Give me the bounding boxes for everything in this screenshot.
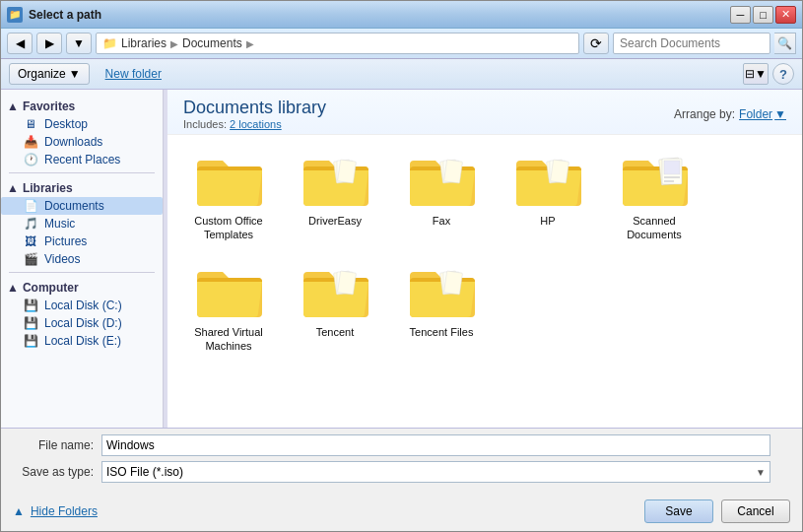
organize-button[interactable]: Organize ▼	[9, 63, 90, 85]
sidebar-item-d[interactable]: 💾 Local Disk (D:)	[1, 314, 163, 332]
save-button[interactable]: Save	[644, 499, 713, 523]
help-button[interactable]: ?	[772, 63, 794, 85]
minimize-button[interactable]: ─	[730, 6, 751, 24]
folder-icon-tencent-files	[406, 262, 477, 321]
arrange-bar: Arrange by: Folder ▼	[674, 107, 786, 121]
sidebar-item-pictures[interactable]: 🖼 Pictures	[1, 233, 163, 250]
list-item[interactable]: DriverEasy	[286, 145, 384, 248]
favorites-arrow: ▲	[7, 100, 19, 113]
favorites-label: Favorites	[23, 100, 75, 113]
search-input[interactable]	[613, 33, 770, 54]
file-label: Custom Office Templates	[194, 214, 263, 242]
window-icon: 📁	[7, 7, 23, 23]
music-icon: 🎵	[23, 217, 38, 231]
sidebar-downloads-label: Downloads	[44, 135, 102, 149]
view-arrow: ▼	[755, 67, 767, 81]
list-item[interactable]: Tencent	[286, 256, 384, 360]
local-disk-d-icon: 💾	[23, 316, 38, 330]
svg-rect-16	[338, 271, 357, 295]
svg-rect-19	[444, 271, 463, 295]
sidebar-music-label: Music	[44, 217, 75, 231]
folder-icon-fax	[406, 151, 477, 210]
organize-label: Organize	[18, 67, 66, 81]
file-label: Tencent	[316, 325, 355, 339]
content-area: Documents library Includes: 2 locations …	[167, 90, 802, 428]
recent-places-icon: 🕐	[23, 153, 38, 166]
view-button[interactable]: ⊟ ▼	[743, 63, 769, 85]
svg-rect-5	[444, 160, 463, 183]
arrange-label: Arrange by:	[674, 107, 735, 121]
folder-icon-hp	[512, 151, 583, 210]
file-label: HP	[540, 214, 555, 228]
arrange-value-button[interactable]: Folder ▼	[739, 107, 786, 121]
breadcrumb-sep-2: ▶	[246, 38, 254, 49]
divider-1	[9, 172, 155, 173]
sidebar-videos-label: Videos	[44, 252, 80, 266]
maximize-button[interactable]: □	[753, 6, 773, 24]
file-name-label: File name:	[13, 438, 101, 452]
sidebar-item-downloads[interactable]: 📥 Downloads	[1, 133, 163, 151]
list-item[interactable]: Shared Virtual Machines	[179, 256, 278, 360]
file-label: Tencent Files	[410, 325, 474, 339]
svg-rect-8	[551, 160, 569, 183]
file-grid-wrapper: Custom Office Templates	[167, 135, 802, 428]
list-item[interactable]: Fax	[392, 145, 491, 248]
library-title: Documents library	[183, 98, 326, 118]
hide-folders-button[interactable]: Hide Folders	[31, 504, 98, 518]
main-area: ▲ Favorites 🖥 Desktop 📥 Downloads 🕐 Rece…	[1, 90, 802, 428]
list-item[interactable]: Custom Office Templates	[179, 145, 278, 248]
sidebar-item-e[interactable]: 💾 Local Disk (E:)	[1, 332, 163, 350]
svg-rect-2	[338, 160, 357, 183]
file-name-row: File name:	[13, 434, 790, 456]
refresh-button[interactable]: ⟳	[583, 33, 609, 54]
sidebar-e-label: Local Disk (E:)	[44, 334, 121, 348]
breadcrumb-libraries[interactable]: Libraries	[121, 36, 167, 50]
list-item[interactable]: Scanned Documents	[605, 145, 703, 248]
sidebar-item-c[interactable]: 💾 Local Disk (C:)	[1, 297, 163, 314]
sidebar: ▲ Favorites 🖥 Desktop 📥 Downloads 🕐 Rece…	[1, 90, 164, 428]
search-button[interactable]: 🔍	[774, 33, 796, 54]
toolbar-right: ⊟ ▼ ?	[743, 63, 794, 85]
svg-rect-13	[664, 180, 674, 182]
folder-icon-shared-vm	[193, 262, 264, 321]
library-info: Documents library Includes: 2 locations	[183, 98, 326, 130]
documents-icon: 📄	[23, 199, 38, 213]
forward-button[interactable]: ▶	[36, 33, 62, 54]
sidebar-item-music[interactable]: 🎵 Music	[1, 215, 163, 233]
sidebar-d-label: Local Disk (D:)	[44, 316, 122, 330]
divider-2	[9, 272, 155, 273]
svg-rect-11	[664, 161, 680, 174]
close-button[interactable]: ✕	[775, 6, 796, 24]
favorites-header[interactable]: ▲ Favorites	[1, 96, 163, 115]
computer-arrow: ▲	[7, 281, 19, 295]
save-as-value: ISO File (*.iso)	[106, 465, 183, 479]
new-folder-button[interactable]: New folder	[98, 64, 169, 84]
save-as-label: Save as type:	[13, 465, 101, 479]
back-button[interactable]: ◀	[7, 33, 33, 54]
file-name-input[interactable]	[101, 434, 770, 456]
file-label: Fax	[433, 214, 450, 228]
window-title: Select a path	[29, 8, 730, 22]
library-subtitle: Includes: 2 locations	[183, 118, 326, 130]
sidebar-item-recent-places[interactable]: 🕐 Recent Places	[1, 151, 163, 168]
locations-link[interactable]: 2 locations	[230, 118, 282, 130]
sidebar-item-videos[interactable]: 🎬 Videos	[1, 250, 163, 268]
list-item[interactable]: Tencent Files	[392, 256, 491, 360]
save-as-row: Save as type: ISO File (*.iso) ▼	[13, 461, 790, 483]
cancel-button[interactable]: Cancel	[721, 499, 790, 523]
folder-icon-drivereasy	[300, 151, 370, 210]
content-header: Documents library Includes: 2 locations …	[167, 90, 802, 135]
save-as-dropdown[interactable]: ISO File (*.iso) ▼	[101, 461, 770, 483]
folder-icon: 📁	[102, 36, 117, 50]
help-label: ?	[779, 67, 787, 82]
breadcrumb-documents[interactable]: Documents	[182, 36, 242, 50]
folder-icon-tencent	[300, 262, 370, 321]
sidebar-item-documents[interactable]: 📄 Documents	[1, 197, 163, 215]
dropdown-button[interactable]: ▼	[66, 33, 92, 54]
list-item[interactable]: HP	[499, 145, 597, 248]
sidebar-documents-label: Documents	[44, 199, 104, 213]
sidebar-item-desktop[interactable]: 🖥 Desktop	[1, 115, 163, 133]
libraries-header[interactable]: ▲ Libraries	[1, 177, 163, 197]
computer-header[interactable]: ▲ Computer	[1, 277, 163, 297]
file-label: Shared Virtual Machines	[194, 325, 263, 354]
